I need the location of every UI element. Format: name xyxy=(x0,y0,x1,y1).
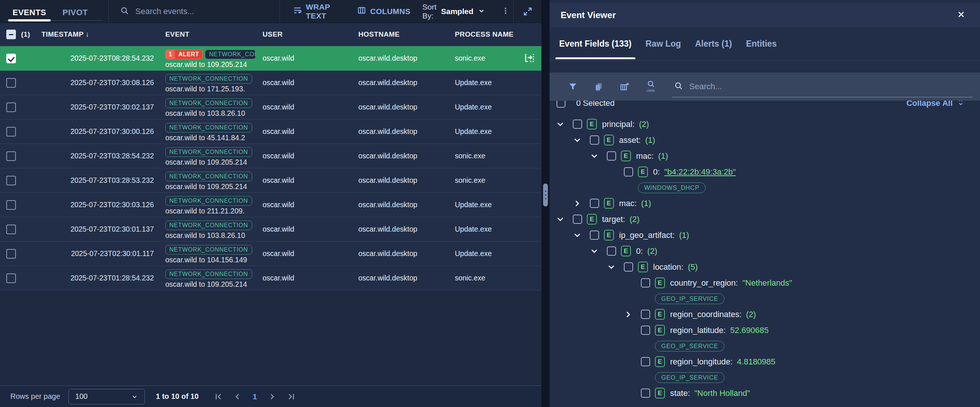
row-checkbox[interactable] xyxy=(6,225,16,234)
tree-row[interactable]: E0:(2) xyxy=(550,243,980,259)
tab-alerts[interactable]: Alerts (1) xyxy=(694,29,733,59)
chevron-down-icon[interactable] xyxy=(556,120,573,129)
alert-badge[interactable]: 1ALERT xyxy=(165,49,203,59)
tree-row[interactable]: Eregion_latitude:52.690685 xyxy=(550,322,980,338)
event-type-chip: NETWORK_CONNECTION xyxy=(165,123,252,132)
process-cell: Update.exe xyxy=(452,127,541,136)
chevron-down-icon[interactable] xyxy=(607,263,624,271)
field-checkbox[interactable] xyxy=(641,310,650,319)
row-checkbox[interactable] xyxy=(6,151,16,161)
row-checkbox[interactable] xyxy=(6,78,16,88)
field-checkbox[interactable] xyxy=(573,215,582,224)
field-checkbox[interactable] xyxy=(641,357,650,366)
tab-event-fields[interactable]: Event Fields (133) xyxy=(558,29,632,59)
table-row[interactable]: 2025-07-23T08:28:54.2321ALERTNETWORK_CON… xyxy=(0,46,541,71)
filter-icon[interactable] xyxy=(560,81,586,92)
field-checkbox[interactable] xyxy=(641,278,650,287)
previous-page-button[interactable] xyxy=(232,391,243,402)
udm-search-icon[interactable]: UDM xyxy=(638,80,663,93)
field-checkbox[interactable] xyxy=(641,388,650,398)
field-checkbox[interactable] xyxy=(624,167,633,177)
table-row[interactable]: 2025-07-23T02:30:01.137NETWORK_CONNECTIO… xyxy=(0,217,541,242)
sort-by-select[interactable]: Sort By: Sampled xyxy=(422,3,486,20)
tree-row[interactable]: Eregion_coordinates:(2) xyxy=(550,306,980,322)
table-row[interactable]: 2025-07-23T07:30:02.137NETWORK_CONNECTIO… xyxy=(0,95,541,120)
row-checkbox[interactable] xyxy=(6,102,16,112)
tab-raw-log[interactable]: Raw Log xyxy=(645,29,682,59)
field-checkbox[interactable] xyxy=(607,151,616,161)
col-header-user[interactable]: USER xyxy=(259,30,355,38)
col-header-event[interactable]: EVENT xyxy=(163,30,259,38)
field-checkbox[interactable] xyxy=(641,326,650,335)
tree-row[interactable]: Eprincipal:(2) xyxy=(550,116,980,132)
table-row[interactable]: 2025-07-23T01:28:54.232NETWORK_CONNECTIO… xyxy=(0,266,541,290)
open-in-panel-icon[interactable] xyxy=(523,54,536,62)
more-options-button[interactable] xyxy=(498,5,513,19)
table-row[interactable]: 2025-07-23T03:28:54.232NETWORK_CONNECTIO… xyxy=(0,144,541,168)
chevron-down-icon[interactable] xyxy=(590,152,607,161)
tab-events[interactable]: EVENTS xyxy=(13,8,46,22)
rows-per-page-select[interactable]: 100 xyxy=(68,389,145,404)
timestamp-cell: 2025-07-23T02:30:01.117 xyxy=(33,249,163,258)
tree-row[interactable]: Ecountry_or_region:"Netherlands" xyxy=(550,275,980,291)
row-checkbox[interactable] xyxy=(6,249,16,259)
row-checkbox[interactable] xyxy=(6,273,16,283)
select-all-checkbox[interactable] xyxy=(6,30,16,39)
table-row[interactable]: 2025-07-23T02:30:01.117NETWORK_CONNECTIO… xyxy=(0,242,541,266)
next-page-button[interactable] xyxy=(267,391,278,402)
search-events-input[interactable] xyxy=(135,6,258,16)
table-row[interactable]: 2025-07-23T02:30:03.126NETWORK_CONNECTIO… xyxy=(0,193,541,217)
table-row[interactable]: 2025-07-23T03:28:53.232NETWORK_CONNECTIO… xyxy=(0,168,541,193)
fields-search-input[interactable] xyxy=(689,82,973,91)
col-header-timestamp[interactable]: TIMESTAMP ↓ xyxy=(33,30,163,38)
select-all-fields-checkbox[interactable] xyxy=(557,101,565,108)
chevron-down-icon[interactable] xyxy=(573,136,590,145)
field-value[interactable]: "b4:22:2b:49:3a:2b" xyxy=(664,167,735,177)
wrap-text-button[interactable]: WRAP TEXT xyxy=(287,0,348,23)
row-checkbox[interactable] xyxy=(6,176,16,185)
tree-row[interactable]: Easset:(1) xyxy=(550,132,980,148)
chevron-down-icon[interactable] xyxy=(556,215,573,224)
table-row[interactable]: 2025-07-23T07:30:00.126NETWORK_CONNECTIO… xyxy=(0,120,541,144)
last-page-button[interactable] xyxy=(286,391,297,402)
chevron-down-icon[interactable] xyxy=(590,247,607,256)
tree-row[interactable]: Emac:(1) xyxy=(550,195,980,211)
chevron-down-icon[interactable] xyxy=(573,231,590,240)
add-column-icon[interactable] xyxy=(612,81,638,92)
row-checkbox[interactable] xyxy=(6,54,16,63)
tree-row[interactable]: Eip_geo_artifact:(1) xyxy=(550,227,980,243)
col-header-process-name[interactable]: PROCESS NAME xyxy=(452,30,541,38)
row-checkbox[interactable] xyxy=(6,127,16,137)
expand-table-button[interactable] xyxy=(513,0,541,22)
page-number[interactable]: 1 xyxy=(251,392,258,401)
collapse-all-button[interactable]: Collapse All xyxy=(907,101,965,109)
first-page-button[interactable] xyxy=(213,391,224,402)
field-checkbox[interactable] xyxy=(590,136,599,145)
chevron-right-icon[interactable] xyxy=(624,310,641,319)
columns-button[interactable]: COLUMNS xyxy=(352,3,416,20)
field-checkbox[interactable] xyxy=(590,230,599,240)
event-cell: NETWORK_CONNECTIONoscar.wild to 211.21.2… xyxy=(163,195,259,215)
tree-row[interactable]: Emac:(1) xyxy=(550,148,980,164)
tab-entities[interactable]: Entities xyxy=(745,29,777,59)
pagination: 1 xyxy=(213,391,297,402)
table-row[interactable]: 2025-07-23T07:30:08.126NETWORK_CONNECTIO… xyxy=(0,71,541,95)
event-cell: NETWORK_CONNECTIONoscar.wild to 104.156.… xyxy=(163,243,259,264)
tab-pivot[interactable]: PIVOT xyxy=(62,8,88,22)
tree-row[interactable]: Estate:"North Holland" xyxy=(550,385,980,401)
field-checkbox[interactable] xyxy=(590,199,599,208)
tree-row[interactable]: Elocation:(5) xyxy=(550,259,980,275)
close-icon[interactable] xyxy=(955,8,967,22)
copy-icon[interactable] xyxy=(586,81,612,92)
tree-row[interactable]: E0:"b4:22:2b:49:3a:2b" xyxy=(550,164,980,180)
tree-row[interactable]: Etarget:(2) xyxy=(550,211,980,227)
tree-row[interactable]: Eregion_longitude:4.8180985 xyxy=(550,354,980,370)
row-checkbox[interactable] xyxy=(6,200,16,210)
event-description: oscar.wild to 103.8.26.10 xyxy=(165,109,259,118)
col-header-hostname[interactable]: HOSTNAME xyxy=(355,30,452,38)
chevron-right-icon[interactable] xyxy=(573,199,590,208)
field-checkbox[interactable] xyxy=(573,120,582,129)
panel-resize-handle[interactable] xyxy=(543,184,548,206)
field-checkbox[interactable] xyxy=(624,262,633,271)
field-checkbox[interactable] xyxy=(607,246,616,256)
